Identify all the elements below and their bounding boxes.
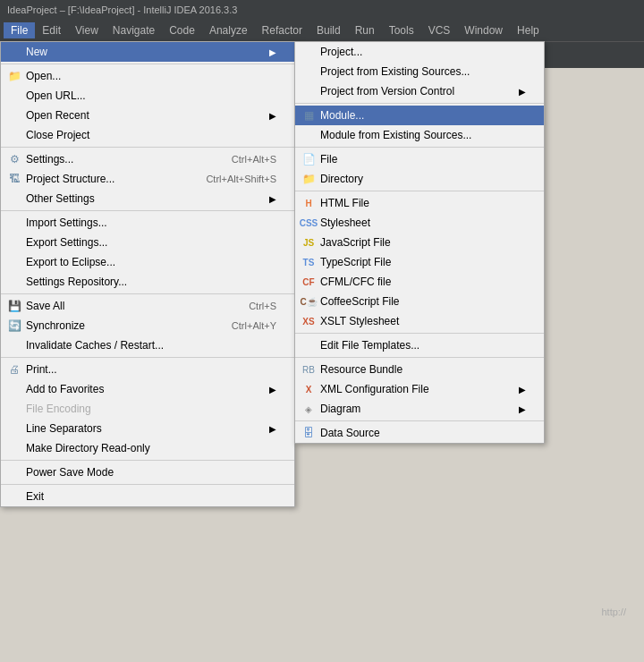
separator-4 bbox=[1, 293, 294, 294]
project-structure-label: Project Structure... bbox=[26, 173, 114, 185]
menu-item-open-recent[interactable]: Open Recent ▶ bbox=[1, 106, 294, 125]
open-recent-arrow: ▶ bbox=[269, 111, 276, 121]
project-structure-shortcut: Ctrl+Alt+Shift+S bbox=[188, 174, 276, 184]
other-settings-icon bbox=[6, 191, 22, 206]
new-submenu-module[interactable]: ▦ Module... bbox=[295, 106, 544, 125]
menu-item-project-structure[interactable]: 🏗 Project Structure... Ctrl+Alt+Shift+S bbox=[1, 169, 294, 189]
file-encoding-icon bbox=[6, 402, 22, 416]
menu-tools[interactable]: Tools bbox=[382, 22, 421, 38]
add-favorites-icon bbox=[6, 382, 22, 396]
new-sep-6 bbox=[295, 420, 544, 421]
coffee-label: CoffeeScript File bbox=[320, 295, 399, 308]
menu-run[interactable]: Run bbox=[348, 22, 382, 38]
menu-item-other-settings[interactable]: Other Settings ▶ bbox=[1, 189, 294, 208]
new-submenu-html[interactable]: H HTML File bbox=[295, 193, 544, 213]
file-encoding-label: File Encoding bbox=[26, 403, 91, 415]
project-icon bbox=[301, 45, 317, 59]
menu-help[interactable]: Help bbox=[510, 22, 547, 38]
save-all-icon: 💾 bbox=[6, 299, 22, 313]
project-from-existing-icon bbox=[301, 64, 317, 79]
menu-navigate[interactable]: Navigate bbox=[106, 22, 162, 38]
menu-edit[interactable]: Edit bbox=[35, 22, 68, 38]
power-save-label: Power Save Mode bbox=[26, 466, 114, 479]
menu-analyze[interactable]: Analyze bbox=[202, 22, 255, 38]
menu-build[interactable]: Build bbox=[309, 22, 348, 38]
new-icon bbox=[6, 45, 22, 59]
new-submenu-js[interactable]: JS JavaScript File bbox=[295, 233, 544, 252]
menu-item-import-settings[interactable]: Import Settings... bbox=[1, 213, 294, 233]
project-from-existing-label: Project from Existing Sources... bbox=[320, 65, 470, 78]
diagram-arrow: ▶ bbox=[519, 404, 526, 414]
line-separators-arrow: ▶ bbox=[269, 424, 276, 434]
make-readonly-label: Make Directory Read-only bbox=[26, 442, 150, 454]
file-icon: 📄 bbox=[301, 152, 317, 166]
menu-item-new[interactable]: New ▶ bbox=[1, 42, 294, 62]
menu-item-synchronize[interactable]: 🔄 Synchronize Ctrl+Alt+Y bbox=[1, 316, 294, 335]
menu-window[interactable]: Window bbox=[457, 22, 510, 38]
menu-file[interactable]: File bbox=[4, 22, 35, 38]
menu-item-export-settings[interactable]: Export Settings... bbox=[1, 233, 294, 252]
stylesheet-label: Stylesheet bbox=[320, 216, 370, 229]
new-submenu-ts[interactable]: TS TypeScript File bbox=[295, 252, 544, 272]
export-eclipse-icon bbox=[6, 255, 22, 269]
menu-item-open-url[interactable]: Open URL... bbox=[1, 86, 294, 106]
new-sep-2 bbox=[295, 147, 544, 148]
menu-item-power-save[interactable]: Power Save Mode bbox=[1, 463, 294, 482]
menu-item-print[interactable]: 🖨 Print... bbox=[1, 360, 294, 379]
new-submenu-data-source[interactable]: 🗄 Data Source bbox=[295, 423, 544, 443]
coffee-icon: C☕ bbox=[301, 294, 317, 309]
module-from-existing-label: Module from Existing Sources... bbox=[320, 129, 471, 141]
new-submenu-module-from-existing[interactable]: Module from Existing Sources... bbox=[295, 125, 544, 145]
synchronize-icon: 🔄 bbox=[6, 318, 22, 333]
xml-config-icon: X bbox=[301, 382, 317, 396]
new-submenu-edit-templates[interactable]: Edit File Templates... bbox=[295, 335, 544, 355]
separator-7 bbox=[1, 484, 294, 485]
new-submenu-coffee[interactable]: C☕ CoffeeScript File bbox=[295, 292, 544, 311]
data-source-label: Data Source bbox=[320, 427, 380, 439]
menu-item-file-encoding: File Encoding bbox=[1, 399, 294, 419]
print-icon: 🖨 bbox=[6, 362, 22, 377]
menu-item-add-favorites[interactable]: Add to Favorites ▶ bbox=[1, 379, 294, 399]
open-label: Open... bbox=[26, 70, 61, 82]
export-settings-icon bbox=[6, 235, 22, 250]
menu-item-invalidate-caches[interactable]: Invalidate Caches / Restart... bbox=[1, 335, 294, 355]
menu-item-line-separators[interactable]: Line Separators ▶ bbox=[1, 419, 294, 438]
print-label: Print... bbox=[26, 363, 57, 376]
menu-item-settings-repo[interactable]: Settings Repository... bbox=[1, 272, 294, 292]
title-text: IdeaProject – [F:\IdeaProject] - Intelli… bbox=[7, 4, 237, 15]
new-submenu-resource-bundle[interactable]: RB Resource Bundle bbox=[295, 360, 544, 379]
menu-item-close-project[interactable]: Close Project bbox=[1, 125, 294, 145]
new-submenu-directory[interactable]: 📁 Directory bbox=[295, 169, 544, 189]
menu-item-settings[interactable]: ⚙ Settings... Ctrl+Alt+S bbox=[1, 149, 294, 169]
exit-label: Exit bbox=[26, 490, 44, 503]
new-submenu-xslt[interactable]: XS XSLT Stylesheet bbox=[295, 311, 544, 331]
menu-item-open[interactable]: 📁 Open... bbox=[1, 66, 294, 86]
make-readonly-icon bbox=[6, 441, 22, 455]
directory-label: Directory bbox=[320, 173, 363, 185]
new-submenu-file[interactable]: 📄 File bbox=[295, 149, 544, 169]
menu-view[interactable]: View bbox=[68, 22, 106, 38]
xml-config-label: XML Configuration File bbox=[320, 383, 429, 395]
menu-item-save-all[interactable]: 💾 Save All Ctrl+S bbox=[1, 296, 294, 316]
new-submenu-project[interactable]: Project... bbox=[295, 42, 544, 62]
cfml-label: CFML/CFC file bbox=[320, 276, 391, 288]
new-submenu-stylesheet[interactable]: CSS Stylesheet bbox=[295, 213, 544, 233]
new-submenu: Project... Project from Existing Sources… bbox=[294, 41, 545, 444]
menu-item-make-readonly[interactable]: Make Directory Read-only bbox=[1, 438, 294, 458]
new-submenu-xml-config[interactable]: X XML Configuration File ▶ bbox=[295, 379, 544, 399]
menu-vcs[interactable]: VCS bbox=[421, 22, 458, 38]
menu-item-exit[interactable]: Exit bbox=[1, 487, 294, 506]
invalidate-caches-label: Invalidate Caches / Restart... bbox=[26, 339, 164, 352]
new-submenu-cfml[interactable]: CF CFML/CFC file bbox=[295, 272, 544, 292]
import-settings-icon bbox=[6, 216, 22, 230]
export-eclipse-label: Export to Eclipse... bbox=[26, 256, 115, 268]
title-bar: IdeaProject – [F:\IdeaProject] - Intelli… bbox=[0, 0, 644, 20]
module-icon: ▦ bbox=[301, 108, 317, 123]
new-submenu-project-from-vcs[interactable]: Project from Version Control ▶ bbox=[295, 81, 544, 101]
new-submenu-project-from-existing[interactable]: Project from Existing Sources... bbox=[295, 62, 544, 81]
new-submenu-diagram[interactable]: ◈ Diagram ▶ bbox=[295, 399, 544, 419]
menu-refactor[interactable]: Refactor bbox=[255, 22, 309, 38]
menu-item-export-eclipse[interactable]: Export to Eclipse... bbox=[1, 252, 294, 272]
directory-icon: 📁 bbox=[301, 172, 317, 186]
menu-code[interactable]: Code bbox=[162, 22, 202, 38]
